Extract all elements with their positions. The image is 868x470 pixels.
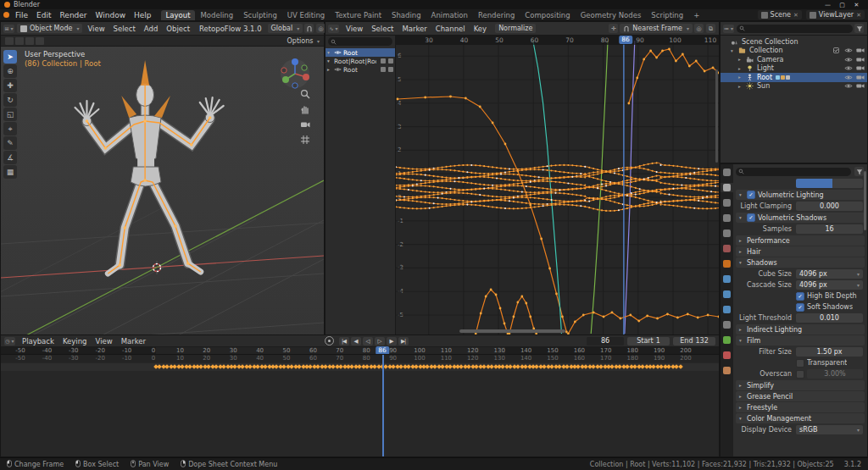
transform-orientation-dropdown[interactable]: Global ▾ bbox=[268, 24, 303, 33]
workspace-tab-texture-paint[interactable]: Texture Paint bbox=[330, 10, 387, 20]
outliner-row-root[interactable]: ▸Root bbox=[721, 73, 867, 82]
menu-view[interactable]: View bbox=[92, 337, 117, 346]
panel-header-indirect-lighting[interactable]: ▸Indirect Lighting bbox=[736, 324, 865, 335]
dope-sheet-frame-ruler[interactable]: -50-40-30-20-100102030405060708090100110… bbox=[1, 355, 719, 362]
menu-playback[interactable]: Playback bbox=[18, 337, 58, 346]
hide-in-viewport-eye-icon[interactable] bbox=[843, 83, 853, 89]
properties-tab-texture[interactable] bbox=[721, 366, 733, 375]
workspace-tab-scripting[interactable]: Scripting bbox=[646, 10, 688, 20]
maximize-button[interactable]: ▢ bbox=[835, 2, 849, 8]
menu-file[interactable]: File bbox=[11, 11, 32, 19]
hide-in-viewport-eye-icon[interactable] bbox=[843, 75, 853, 80]
panel-header-hair[interactable]: ▸Hair bbox=[736, 246, 865, 257]
workspace-tab-animation[interactable]: Animation bbox=[426, 10, 473, 20]
transport-play-reverse-button[interactable]: ◁ bbox=[363, 337, 373, 346]
value-slider-disabled[interactable]: 3.00% bbox=[807, 369, 863, 379]
select-mode-extend-icon[interactable] bbox=[15, 37, 24, 45]
outliner-search-field[interactable] bbox=[737, 25, 853, 33]
properties-tab-view-layer[interactable] bbox=[721, 213, 733, 223]
expander-icon[interactable]: ▾ bbox=[327, 58, 332, 64]
camera-view-icon[interactable] bbox=[300, 119, 310, 130]
workspace-tab-shading[interactable]: Shading bbox=[387, 10, 426, 20]
menu-window[interactable]: Window bbox=[92, 11, 131, 19]
options-dropdown[interactable]: Options ▾ bbox=[287, 37, 320, 45]
menu-object[interactable]: Object bbox=[162, 25, 194, 33]
normalize-toggle[interactable]: Normalize bbox=[495, 24, 536, 33]
proportional-editing-icon[interactable]: ◎ bbox=[694, 24, 704, 33]
editor-type-button[interactable]: ⊞▾ bbox=[3, 25, 14, 33]
tool-transform[interactable]: ⌖ bbox=[3, 122, 17, 135]
filter-funnel-icon[interactable] bbox=[854, 24, 864, 33]
value-slider[interactable] bbox=[796, 179, 863, 188]
properties-tab-modifiers[interactable] bbox=[721, 274, 733, 284]
mute-icon[interactable] bbox=[388, 58, 393, 64]
workspace-tab-sculpting[interactable]: Sculpting bbox=[238, 10, 282, 20]
checkbox-high-bit-depth[interactable]: ✓ bbox=[796, 292, 804, 301]
viewport-canvas[interactable]: User Perspective (86) Collection | Root … bbox=[1, 47, 324, 335]
properties-tab-constraints[interactable] bbox=[721, 320, 733, 329]
expander-icon[interactable]: ▸ bbox=[738, 84, 743, 89]
selectability-checkbox-icon[interactable] bbox=[832, 47, 841, 53]
menu-marker[interactable]: Marker bbox=[398, 25, 431, 33]
curve-view[interactable]: 6543210-1-2-3-4-5 30405060708090100110 8… bbox=[396, 36, 719, 335]
hide-in-viewport-eye-icon[interactable] bbox=[843, 57, 853, 63]
pin-icon[interactable] bbox=[381, 58, 386, 64]
tool-select-box[interactable]: ➤ bbox=[3, 50, 17, 64]
frame-start-field[interactable]: Start 1 bbox=[627, 337, 670, 346]
menu-keying[interactable]: Keying bbox=[58, 337, 92, 346]
keyframe-diamond[interactable] bbox=[678, 364, 683, 369]
current-frame-field[interactable]: 86 bbox=[587, 337, 624, 346]
copy-keyframes-icon[interactable]: ⧉ bbox=[706, 24, 715, 33]
dropdown-display-device[interactable]: sRGB▾ bbox=[796, 425, 863, 434]
workspace-tab-uv-editing[interactable]: UV Editing bbox=[282, 10, 330, 20]
panel-header-volumetric-lighting[interactable]: ▾✓Volumetric Lighting bbox=[736, 190, 865, 200]
remove-view-layer-icon[interactable]: ✕ bbox=[856, 12, 861, 19]
transport-prev-keyframe-button[interactable]: ◀ bbox=[351, 337, 361, 346]
select-mode-new-icon[interactable] bbox=[5, 37, 14, 45]
editor-type-button[interactable]: ◷▾ bbox=[4, 337, 15, 346]
panel-header-performance[interactable]: ▸Performance bbox=[736, 235, 865, 246]
editor-type-button[interactable]: ∿▾ bbox=[328, 25, 339, 33]
workspace-tab-[interactable]: + bbox=[688, 10, 704, 20]
scene-selector[interactable]: Scene ✕ bbox=[758, 10, 802, 19]
expander-icon[interactable]: ▸ bbox=[738, 57, 743, 62]
value-field-filter-size[interactable]: 1.50 px bbox=[796, 347, 863, 357]
expander-icon[interactable]: ▸ bbox=[738, 66, 743, 71]
properties-tab-object-data[interactable] bbox=[721, 335, 733, 345]
panel-header-freestyle[interactable]: ▸Freestyle bbox=[736, 402, 865, 412]
properties-tab-scene[interactable] bbox=[721, 229, 733, 238]
eye-icon[interactable] bbox=[334, 67, 342, 72]
tool-rotate[interactable]: ↻ bbox=[3, 93, 17, 107]
panel-header-grease-pencil[interactable]: ▸Grease Pencil bbox=[736, 391, 865, 401]
checkbox-transparent[interactable] bbox=[796, 359, 804, 368]
properties-tab-world[interactable] bbox=[721, 244, 733, 253]
tool-add-cube[interactable]: ▦ bbox=[3, 165, 17, 179]
panel-header-simplify[interactable]: ▸Simplify bbox=[736, 380, 865, 390]
toggle-perspective-grid-icon[interactable] bbox=[300, 135, 310, 145]
workspace-tab-rendering[interactable]: Rendering bbox=[473, 10, 520, 20]
view-layer-selector[interactable]: ViewLayer ✕ bbox=[806, 10, 865, 19]
menu-retopoflow[interactable]: RetopoFlow 3.1.0 bbox=[195, 25, 266, 33]
navigation-gizmo[interactable] bbox=[278, 57, 312, 91]
tool-scale[interactable]: ◱ bbox=[3, 108, 17, 121]
expander-icon[interactable]: ▾ bbox=[731, 48, 736, 53]
transport-jump-last-button[interactable]: ▶| bbox=[398, 337, 409, 346]
blender-menu-icon[interactable] bbox=[3, 12, 9, 18]
disable-in-render-camera-icon[interactable] bbox=[855, 47, 865, 53]
disable-in-render-camera-icon[interactable] bbox=[855, 65, 865, 71]
panel-header-film[interactable]: ▾Film bbox=[736, 335, 865, 346]
properties-tab-render[interactable] bbox=[721, 183, 733, 192]
menu-select[interactable]: Select bbox=[367, 25, 398, 33]
auto-keying-toggle[interactable] bbox=[325, 336, 334, 346]
outliner-row-camera[interactable]: ▸Camera bbox=[721, 55, 867, 64]
expander-icon[interactable]: ▸ bbox=[738, 75, 743, 80]
minimize-button[interactable]: — bbox=[821, 2, 835, 8]
outliner-row-collection[interactable]: ▾Collection bbox=[721, 47, 867, 56]
pan-hand-icon[interactable] bbox=[300, 104, 310, 114]
panel-header-volumetric-shadows[interactable]: ▾✓Volumetric Shadows bbox=[736, 213, 865, 223]
transport-next-keyframe-button[interactable]: ▶ bbox=[387, 337, 397, 346]
channel-row-root[interactable]: ▾ Root bbox=[326, 48, 395, 57]
unlink-scene-icon[interactable]: ✕ bbox=[793, 12, 798, 19]
outliner-row-light[interactable]: ▸Light bbox=[721, 64, 867, 74]
tool-move[interactable]: ✚ bbox=[3, 79, 17, 92]
